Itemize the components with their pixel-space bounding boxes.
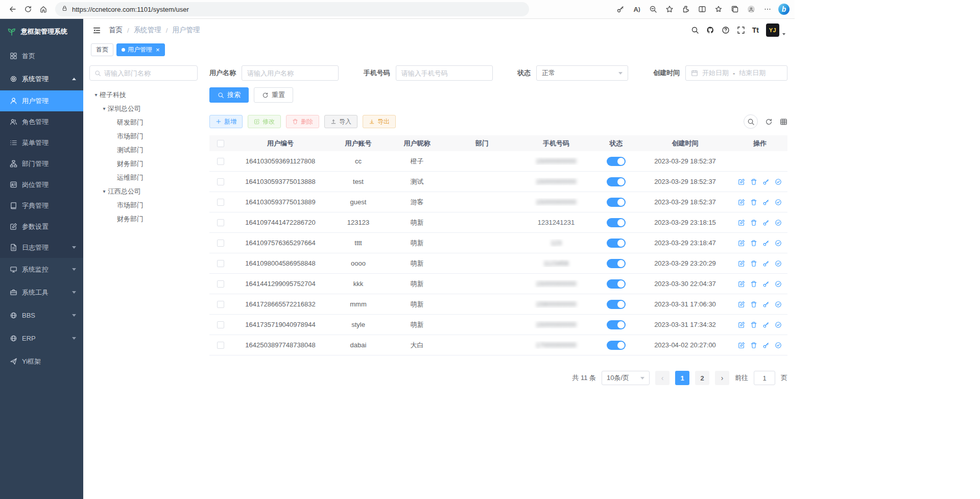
assign-role-icon[interactable] — [775, 260, 782, 267]
sidebar-subitem[interactable]: 用户管理 — [0, 90, 83, 111]
font-size-icon[interactable]: Tt — [752, 26, 759, 34]
tree-node[interactable]: ▾ 深圳总公司 — [89, 102, 204, 115]
edit-row-icon[interactable] — [738, 301, 745, 308]
reset-password-icon[interactable] — [762, 342, 770, 349]
read-aloud-icon[interactable]: A) — [629, 2, 644, 16]
sidebar-subitem[interactable]: 部门管理 — [0, 153, 83, 174]
assign-role-icon[interactable] — [775, 280, 782, 288]
assign-role-icon[interactable] — [775, 321, 782, 328]
sidebar-item-bbs[interactable]: BBS — [0, 304, 83, 327]
reset-password-icon[interactable] — [762, 240, 770, 247]
sidebar-item-yi[interactable]: Yi框架 — [0, 350, 83, 373]
delete-button[interactable]: 删除 — [286, 115, 319, 128]
edit-row-icon[interactable] — [738, 240, 745, 247]
status-toggle[interactable] — [607, 198, 626, 207]
delete-row-icon[interactable] — [750, 280, 757, 288]
goto-page-input[interactable] — [754, 371, 775, 385]
status-select[interactable]: 正常 — [536, 65, 628, 81]
reset-button[interactable]: 重置 — [254, 87, 293, 103]
phone-input[interactable] — [396, 65, 493, 81]
status-toggle[interactable] — [607, 341, 626, 350]
sidebar-item-erp[interactable]: ERP — [0, 327, 83, 350]
tree-node[interactable]: ▾ 橙子科技 — [89, 88, 204, 102]
sidebar-subitem[interactable]: 角色管理 — [0, 111, 83, 132]
fullscreen-icon[interactable] — [737, 26, 745, 34]
delete-row-icon[interactable] — [750, 321, 757, 328]
tree-node[interactable]: ▾ 江西总公司 — [89, 184, 204, 198]
more-icon[interactable] — [760, 2, 775, 16]
delete-row-icon[interactable] — [750, 178, 757, 185]
status-toggle[interactable] — [607, 320, 626, 329]
status-toggle[interactable] — [607, 177, 626, 186]
edit-row-icon[interactable] — [738, 178, 745, 185]
bing-icon[interactable]: b — [778, 4, 790, 15]
sidebar-item-system[interactable]: 系统管理 — [0, 67, 83, 90]
tree-node[interactable]: ▾ 财务部门 — [89, 212, 204, 226]
tree-node[interactable]: ▾ 测试部门 — [89, 143, 204, 157]
status-toggle[interactable] — [607, 157, 626, 166]
assign-role-icon[interactable] — [775, 178, 782, 185]
edit-row-icon[interactable] — [738, 219, 745, 226]
assign-role-icon[interactable] — [775, 199, 782, 206]
reset-password-icon[interactable] — [762, 199, 770, 206]
breadcrumb-home[interactable]: 首页 — [109, 26, 123, 35]
status-toggle[interactable] — [607, 218, 626, 227]
sidebar-subitem[interactable]: 岗位管理 — [0, 174, 83, 195]
delete-row-icon[interactable] — [750, 240, 757, 247]
reset-password-icon[interactable] — [762, 219, 770, 226]
dept-search-input[interactable] — [104, 69, 193, 77]
help-icon[interactable] — [722, 26, 730, 34]
tree-node[interactable]: ▾ 市场部门 — [89, 129, 204, 143]
extensions-icon[interactable] — [678, 2, 694, 16]
reset-password-icon[interactable] — [762, 301, 770, 308]
row-checkbox[interactable] — [217, 178, 224, 185]
edit-row-icon[interactable] — [738, 342, 745, 349]
prev-page-button[interactable]: ‹ — [655, 371, 670, 385]
delete-row-icon[interactable] — [750, 260, 757, 267]
sidebar-subitem[interactable]: 菜单管理 — [0, 132, 83, 153]
row-checkbox[interactable] — [217, 260, 224, 267]
select-all-checkbox[interactable] — [217, 140, 224, 147]
tree-node[interactable]: ▾ 运维部门 — [89, 171, 204, 184]
edit-row-icon[interactable] — [738, 321, 745, 328]
date-range-picker[interactable]: 开始日期 - 结束日期 — [685, 65, 787, 81]
caret-down-icon[interactable]: ▾ — [101, 188, 108, 194]
tree-node[interactable]: ▾ 市场部门 — [89, 198, 204, 212]
zoom-icon[interactable] — [646, 2, 661, 16]
column-settings-icon[interactable] — [780, 118, 787, 126]
toggle-search-icon[interactable] — [744, 114, 758, 129]
reset-password-icon[interactable] — [762, 280, 770, 288]
sidebar-subitem[interactable]: 参数设置 — [0, 216, 83, 237]
status-toggle[interactable] — [607, 259, 626, 268]
sidebar-item-monitor[interactable]: 系统监控 — [0, 258, 83, 281]
assign-role-icon[interactable] — [775, 240, 782, 247]
key-icon[interactable] — [613, 2, 628, 16]
row-checkbox[interactable] — [217, 342, 224, 349]
refresh-icon[interactable] — [20, 2, 36, 16]
status-toggle[interactable] — [607, 300, 626, 309]
next-page-button[interactable]: › — [715, 371, 729, 385]
assign-role-icon[interactable] — [775, 219, 782, 226]
delete-row-icon[interactable] — [750, 199, 757, 206]
caret-down-icon[interactable]: ▾ — [92, 92, 100, 98]
edit-row-icon[interactable] — [738, 260, 745, 267]
status-toggle[interactable] — [607, 239, 626, 248]
delete-row-icon[interactable] — [750, 342, 757, 349]
back-icon[interactable] — [5, 2, 20, 16]
collections-icon[interactable] — [727, 2, 743, 16]
sidebar-item-tools[interactable]: 系统工具 — [0, 281, 83, 304]
sidebar-item-home[interactable]: 首页 — [0, 44, 83, 67]
add-button[interactable]: 新增 — [209, 115, 243, 128]
tab-home[interactable]: 首页 — [91, 43, 113, 56]
page-1-button[interactable]: 1 — [675, 371, 689, 385]
favorite-add-icon[interactable] — [662, 2, 677, 16]
row-checkbox[interactable] — [217, 240, 224, 247]
tree-node[interactable]: ▾ 研发部门 — [89, 115, 204, 129]
tree-node[interactable]: ▾ 财务部门 — [89, 157, 204, 171]
delete-row-icon[interactable] — [750, 219, 757, 226]
row-checkbox[interactable] — [217, 199, 224, 206]
search-icon[interactable] — [691, 26, 699, 34]
import-button[interactable]: 导入 — [324, 115, 357, 128]
reset-password-icon[interactable] — [762, 260, 770, 267]
row-checkbox[interactable] — [217, 321, 224, 328]
